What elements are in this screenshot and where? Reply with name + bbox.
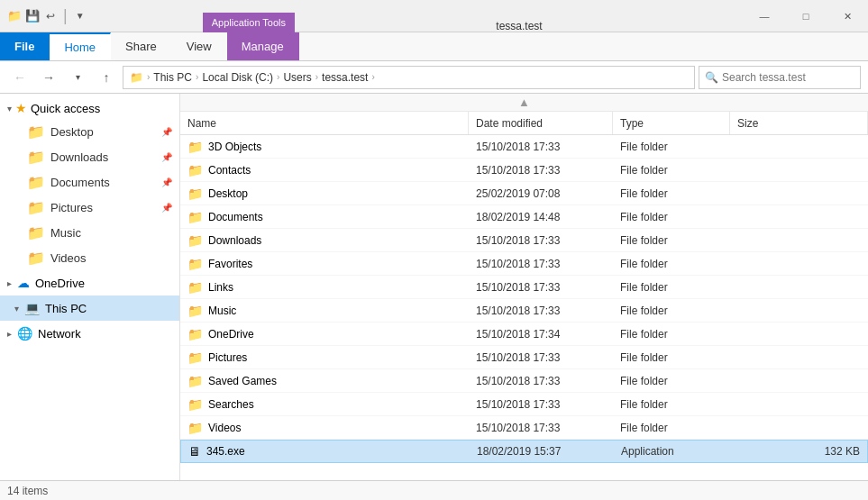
table-row[interactable]: 📁 3D Objects 15/10/2018 17:33 File folde… bbox=[180, 135, 868, 159]
sidebar-section-quick-access[interactable]: ▾ ★ Quick access bbox=[0, 97, 179, 119]
table-row[interactable]: 📁 Favorites 15/10/2018 17:33 File folder bbox=[180, 252, 868, 276]
window-title: tessa.test bbox=[295, 20, 744, 32]
file-name-cell: 📁 Pictures bbox=[180, 346, 469, 368]
tab-share[interactable]: Share bbox=[111, 32, 172, 60]
file-name-cell: 🖥 345.exe bbox=[181, 441, 470, 462]
table-row[interactable]: 📁 Desktop 25/02/2019 07:08 File folder bbox=[180, 182, 868, 205]
file-icon: 📁 bbox=[187, 421, 203, 435]
file-size-cell: 132 KB bbox=[731, 441, 867, 462]
file-icon: 📁 bbox=[187, 350, 203, 365]
file-size-cell bbox=[730, 135, 868, 158]
path-localdisk[interactable]: Local Disk (C:) bbox=[202, 71, 273, 84]
forward-button[interactable]: → bbox=[36, 65, 61, 90]
maximize-button[interactable]: □ bbox=[785, 0, 827, 32]
file-date-cell: 25/02/2019 07:08 bbox=[469, 182, 613, 205]
tab-home[interactable]: Home bbox=[50, 32, 111, 60]
network-label: Network bbox=[38, 327, 81, 341]
path-users[interactable]: Users bbox=[283, 71, 311, 84]
up-button[interactable]: ↑ bbox=[94, 65, 119, 90]
sidebar-item-downloads[interactable]: 📁 Downloads 📌 bbox=[0, 144, 179, 169]
file-name-cell: 📁 Downloads bbox=[180, 229, 469, 251]
folder-icon-small: 📁 bbox=[7, 9, 22, 23]
dropdown-icon[interactable]: ▼ bbox=[73, 9, 87, 23]
sidebar-item-pictures[interactable]: 📁 Pictures 📌 bbox=[0, 195, 179, 220]
file-name-cell: 📁 Documents bbox=[180, 205, 469, 228]
sidebar-item-onedrive[interactable]: ▸ ☁ OneDrive bbox=[0, 270, 179, 295]
file-name: Links bbox=[208, 281, 233, 294]
tab-view[interactable]: View bbox=[172, 32, 227, 60]
videos-folder-icon: 📁 bbox=[27, 250, 45, 267]
file-name-cell: 📁 Favorites bbox=[180, 252, 469, 275]
col-header-type[interactable]: Type bbox=[613, 112, 730, 134]
pin-icon: 📌 bbox=[161, 127, 172, 137]
col-header-size[interactable]: Size bbox=[730, 112, 868, 134]
file-name: Favorites bbox=[208, 258, 252, 270]
file-name-cell: 📁 3D Objects bbox=[180, 135, 469, 158]
file-list-header: Name Date modified Type Size bbox=[180, 112, 868, 135]
file-type-cell: File folder bbox=[613, 299, 730, 322]
table-row[interactable]: 📁 Searches 15/10/2018 17:33 File folder bbox=[180, 393, 868, 416]
file-icon: 📁 bbox=[187, 327, 203, 341]
table-row[interactable]: 📁 Videos 15/10/2018 17:33 File folder bbox=[180, 416, 868, 440]
file-size-cell bbox=[730, 182, 868, 205]
table-row[interactable]: 📁 Pictures 15/10/2018 17:33 File folder bbox=[180, 346, 868, 369]
table-row[interactable]: 🖥 345.exe 18/02/2019 15:37 Application 1… bbox=[180, 440, 868, 463]
tab-file[interactable]: File bbox=[0, 32, 50, 60]
table-row[interactable]: 📁 Links 15/10/2018 17:33 File folder bbox=[180, 276, 868, 299]
recent-locations-button[interactable]: ▾ bbox=[65, 65, 90, 90]
col-header-name[interactable]: Name bbox=[180, 112, 469, 134]
table-row[interactable]: 📁 Contacts 15/10/2018 17:33 File folder bbox=[180, 159, 868, 182]
table-row[interactable]: 📁 OneDrive 15/10/2018 17:34 File folder bbox=[180, 323, 868, 346]
path-thispc[interactable]: This PC bbox=[153, 71, 192, 84]
pin-icon-downloads: 📌 bbox=[161, 152, 172, 162]
back-button[interactable]: ← bbox=[7, 65, 32, 90]
file-size-cell bbox=[730, 159, 868, 181]
title-bar-icons: 📁 💾 ↩ | ▼ bbox=[0, 0, 95, 32]
address-path[interactable]: 📁 › This PC › Local Disk (C:) › Users › … bbox=[123, 66, 695, 89]
file-type-cell: File folder bbox=[613, 182, 730, 205]
sidebar-item-documents[interactable]: 📁 Documents 📌 bbox=[0, 169, 179, 195]
sidebar-item-thispc[interactable]: ▾ 💻 This PC bbox=[0, 295, 179, 321]
file-icon: 📁 bbox=[187, 374, 203, 388]
table-row[interactable]: 📁 Music 15/10/2018 17:33 File folder bbox=[180, 299, 868, 323]
scroll-indicator: ▲ bbox=[180, 94, 868, 112]
file-name-cell: 📁 Desktop bbox=[180, 182, 469, 205]
minimize-button[interactable]: — bbox=[744, 0, 785, 32]
pin-icon-documents: 📌 bbox=[161, 177, 172, 187]
search-input[interactable] bbox=[722, 71, 854, 84]
file-date-cell: 15/10/2018 17:33 bbox=[469, 276, 613, 298]
tab-manage[interactable]: Manage bbox=[227, 32, 299, 60]
file-type-cell: File folder bbox=[613, 346, 730, 368]
sidebar-item-videos[interactable]: 📁 Videos bbox=[0, 245, 179, 270]
file-name: Music bbox=[208, 305, 236, 317]
file-type-cell: File folder bbox=[613, 276, 730, 298]
file-icon: 📁 bbox=[187, 210, 203, 224]
file-icon: 📁 bbox=[187, 397, 203, 412]
sidebar-item-desktop[interactable]: 📁 Desktop 📌 bbox=[0, 119, 179, 144]
sidebar-item-music[interactable]: 📁 Music bbox=[0, 220, 179, 245]
file-size-cell bbox=[730, 346, 868, 368]
file-icon: 📁 bbox=[187, 280, 203, 295]
file-date-cell: 15/10/2018 17:33 bbox=[469, 229, 613, 251]
file-name-cell: 📁 Contacts bbox=[180, 159, 469, 181]
table-row[interactable]: 📁 Documents 18/02/2019 14:48 File folder bbox=[180, 205, 868, 229]
window-controls[interactable]: — □ ✕ bbox=[744, 0, 868, 32]
file-name: Videos bbox=[208, 422, 241, 434]
file-icon: 📁 bbox=[187, 163, 203, 177]
main-content: ▾ ★ Quick access 📁 Desktop 📌 📁 Downloads… bbox=[0, 94, 868, 480]
search-icon: 🔍 bbox=[705, 71, 718, 84]
quick-access-star-icon: ★ bbox=[15, 101, 27, 115]
search-box[interactable]: 🔍 bbox=[699, 66, 861, 89]
file-type-cell: File folder bbox=[613, 416, 730, 439]
close-button[interactable]: ✕ bbox=[827, 0, 868, 32]
sidebar-item-network[interactable]: ▸ 🌐 Network bbox=[0, 321, 179, 346]
file-date-cell: 15/10/2018 17:33 bbox=[469, 416, 613, 439]
file-name-cell: 📁 Music bbox=[180, 299, 469, 322]
table-row[interactable]: 📁 Downloads 15/10/2018 17:33 File folder bbox=[180, 229, 868, 252]
table-row[interactable]: 📁 Saved Games 15/10/2018 17:33 File fold… bbox=[180, 369, 868, 393]
file-type-cell: File folder bbox=[613, 135, 730, 158]
file-icon: 📁 bbox=[187, 140, 203, 154]
col-header-date[interactable]: Date modified bbox=[469, 112, 613, 134]
app-tools-label: Application Tools bbox=[203, 13, 295, 32]
path-testsuser[interactable]: tessa.test bbox=[322, 71, 368, 84]
